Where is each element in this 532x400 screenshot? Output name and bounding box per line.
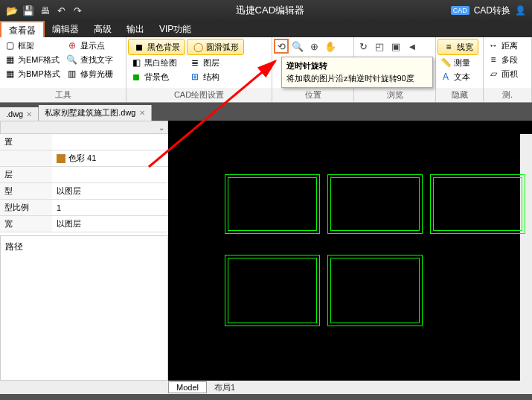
linewidth-button[interactable]: ≡线宽 (438, 39, 478, 55)
trim-icon: ▥ (66, 68, 78, 80)
side-panel: ⌄ 置 色彩 41 层 型以图层 型比例1 宽以图层 路径 (0, 121, 168, 381)
group-label-hide: 隐藏 (436, 88, 483, 102)
prop-key: 型 (0, 183, 52, 199)
undo-icon[interactable]: ↶ (54, 3, 68, 18)
file-tab-1[interactable]: .dwg✕ (0, 107, 39, 121)
distance-label: 距离 (501, 40, 518, 51)
close-icon[interactable]: ✕ (139, 109, 145, 117)
titlebar: 📂 💾 🖶 ↶ ↷ 迅捷CAD编辑器 CAD CAD转换 👤 (0, 0, 532, 21)
structure-button[interactable]: ⊞结构 (187, 70, 244, 83)
emf-icon: ▦ (4, 54, 16, 66)
layer-button[interactable]: ≣图层 (187, 56, 244, 69)
prop-row: 型以图层 (0, 183, 168, 200)
layout-tab[interactable]: 布局1 (207, 381, 243, 394)
emf-label: 为EMF格式 (18, 54, 60, 66)
prop-value[interactable]: 以图层 (52, 183, 168, 199)
redo-icon[interactable]: ↷ (70, 3, 85, 18)
tab-viewer[interactable]: 查看器 (0, 21, 45, 37)
prop-key: 置 (0, 134, 52, 150)
titlebar-right: CAD CAD转换 👤 (451, 4, 532, 17)
findtext-button[interactable]: 🔍查找文字 (64, 53, 115, 66)
app-title: 迅捷CAD编辑器 (89, 4, 451, 17)
linewidth-icon: ≡ (443, 41, 455, 53)
prev-view-button[interactable]: ◄ (405, 39, 420, 54)
fit-button[interactable]: ◰ (372, 39, 387, 54)
trim-label: 修剪光栅 (80, 69, 113, 80)
vertical-scrollbar[interactable] (520, 134, 532, 381)
prop-row: 置 (0, 134, 168, 150)
smootharc-button[interactable]: ◯圆滑弧形 (187, 39, 244, 55)
prop-key: 层 (0, 167, 52, 182)
drawing-thumb (225, 174, 320, 234)
text-button[interactable]: A文本 (438, 70, 478, 83)
ruler-icon: 📏 (440, 57, 452, 69)
prop-value[interactable] (52, 167, 168, 182)
prop-key (0, 150, 52, 166)
pan-button[interactable]: ✋ (323, 39, 338, 54)
tab-output[interactable]: 输出 (119, 21, 152, 37)
measure-button[interactable]: 📏测量 (438, 56, 478, 69)
tab-vip[interactable]: VIP功能 (152, 21, 199, 37)
ribbon-group-measure: ↔距离 ≡多段 ▱面积 测. (484, 37, 532, 102)
user-icon[interactable]: 👤 (515, 5, 526, 16)
multi-button[interactable]: ≡多段 (485, 53, 520, 66)
file-tab-2[interactable]: 私家别墅建筑施工图.dwg✕ (39, 105, 151, 121)
path-panel: 路径 (0, 235, 168, 381)
emf-button[interactable]: ▦为EMF格式 (1, 53, 63, 66)
tab-advanced[interactable]: 高级 (86, 21, 119, 37)
drawing-thumb (225, 255, 320, 326)
bottom-tab-bar: Model 布局1 (0, 381, 532, 394)
area-button[interactable]: ▱面积 (485, 67, 520, 80)
prop-row: 宽以图层 (0, 216, 168, 232)
text-icon: A (440, 71, 452, 83)
bw-icon: ◧ (130, 57, 142, 69)
bwdraw-button[interactable]: ◧黑白绘图 (128, 56, 185, 69)
bgcolor-icon: ◼ (130, 71, 142, 83)
distance-button[interactable]: ↔距离 (485, 39, 520, 52)
rotate-ccw-button[interactable]: ⟲ (274, 39, 289, 54)
arc-icon: ◯ (192, 41, 204, 53)
prop-value[interactable]: 以图层 (52, 216, 168, 232)
layer-label: 图层 (203, 57, 219, 69)
cad-convert-button[interactable]: CAD转换 (474, 4, 510, 17)
distance-icon: ↔ (487, 39, 499, 51)
tab-editor[interactable]: 编辑器 (45, 21, 86, 37)
bmp-button[interactable]: ▦为BMP格式 (1, 67, 63, 80)
prop-value[interactable] (52, 134, 168, 150)
bgcolor-button[interactable]: ◼背景色 (128, 70, 185, 83)
drawing-canvas[interactable] (168, 121, 532, 381)
prop-value[interactable]: 1 (52, 200, 168, 215)
blackbg-button[interactable]: ◼黑色背景 (128, 39, 185, 55)
file-tab-2-label: 私家别墅建筑施工图.dwg (45, 107, 135, 118)
search-icon: 🔍 (66, 54, 78, 66)
ribbon-group-hide: ≡线宽 📏测量 A文本 隐藏 (436, 37, 484, 102)
main-area: ⌄ 置 色彩 41 层 型以图层 型比例1 宽以图层 路径 (0, 121, 532, 381)
area-icon: ▱ (487, 68, 499, 80)
bgcolor-label: 背景色 (144, 72, 169, 83)
showpoint-label: 显示点 (80, 40, 105, 51)
trim-button[interactable]: ▥修剪光栅 (64, 67, 115, 80)
save-icon[interactable]: 💾 (21, 3, 36, 18)
open-icon[interactable]: 📂 (4, 3, 19, 18)
prop-value-color[interactable]: 色彩 41 (52, 150, 168, 166)
model-tab[interactable]: Model (168, 381, 207, 393)
refresh-button[interactable]: ↻ (356, 39, 371, 54)
color-swatch-icon (57, 154, 65, 163)
drawing-thumb (327, 255, 423, 326)
blackbg-label: 黑色背景 (147, 42, 180, 53)
window-button[interactable]: ▣ (388, 39, 403, 54)
quick-access-toolbar: 📂 💾 🖶 ↶ ↷ (0, 3, 89, 18)
findtext-label: 查找文字 (80, 54, 113, 66)
panel-header: ⌄ (0, 121, 168, 134)
frame-button[interactable]: ▢框架 (1, 39, 63, 52)
chevron-down-icon[interactable]: ⌄ (158, 124, 164, 132)
multi-label: 多段 (501, 54, 518, 66)
print-icon[interactable]: 🖶 (37, 3, 52, 18)
zoom-extent-button[interactable]: ⊕ (307, 39, 321, 54)
close-icon[interactable]: ✕ (26, 110, 32, 118)
showpoint-button[interactable]: ⊕显示点 (64, 39, 115, 52)
zoom-button[interactable]: 🔍 (290, 39, 305, 54)
layer-icon: ≣ (189, 57, 201, 69)
linewidth-label: 线宽 (457, 42, 473, 53)
prop-row: 型比例1 (0, 200, 168, 216)
